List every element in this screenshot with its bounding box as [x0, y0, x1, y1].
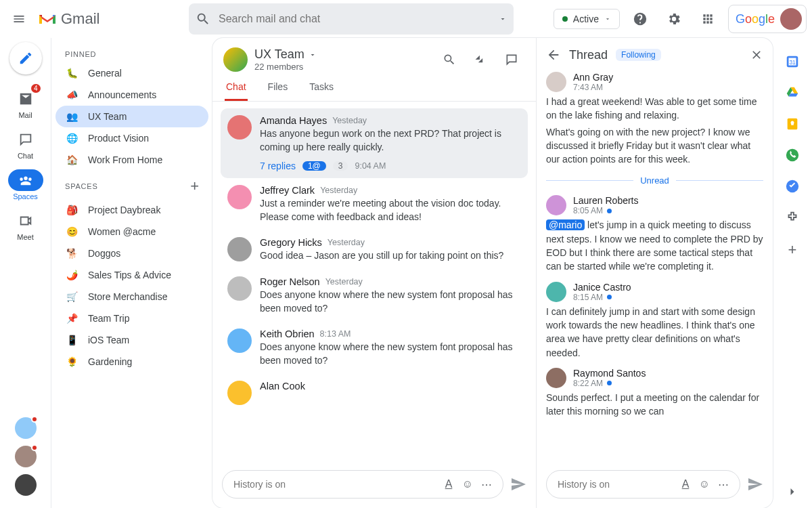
message[interactable]: Alan Cook — [221, 374, 528, 412]
mention-chip[interactable]: @mario — [546, 219, 585, 230]
calendar-app-icon[interactable]: 31 — [785, 54, 800, 69]
message-time: Yesteday — [332, 116, 367, 125]
drive-app-icon[interactable] — [785, 85, 800, 100]
chat-icon — [15, 129, 37, 150]
sidebar-item-work-from-home[interactable]: 🏠Work From Home — [55, 149, 208, 171]
thread-composer-input[interactable] — [558, 479, 676, 490]
sidebar-item-label: Announcements — [88, 89, 156, 100]
sidebar-item-ios-team[interactable]: 📱iOS Team — [55, 329, 208, 351]
rail-mail-label: Mail — [18, 111, 32, 119]
thread-send-button[interactable] — [747, 476, 763, 492]
apps-grid-button[interactable] — [694, 5, 721, 33]
sidebar-item-women-acme[interactable]: 😊Women @acme — [55, 221, 208, 242]
sidebar-item-store-merchandise[interactable]: 🛒Store Merchandise — [55, 286, 208, 308]
search-input[interactable] — [219, 13, 491, 25]
emoji-icon[interactable]: ☺ — [695, 475, 714, 494]
collapse-apps-button[interactable] — [786, 485, 799, 499]
rail-mail[interactable]: 4 Mail — [7, 84, 45, 123]
format-icon[interactable]: A — [676, 475, 695, 494]
replies-link[interactable]: 7 replies — [260, 161, 296, 171]
chat-head-3[interactable] — [15, 474, 37, 496]
more-icon[interactable]: ⋯ — [477, 475, 496, 494]
composer-input[interactable] — [233, 479, 439, 490]
mail-badge: 4 — [31, 84, 41, 93]
close-thread-button[interactable] — [750, 48, 763, 62]
sidebar-item-product-vision[interactable]: 🌐Product Vision — [55, 127, 208, 149]
space-search-button[interactable] — [436, 46, 463, 73]
add-app-button[interactable]: + — [785, 241, 800, 256]
chat-head-1[interactable] — [15, 417, 37, 439]
following-badge[interactable]: Following — [616, 49, 661, 61]
message-text: Has anyone begun work on the next PRD? T… — [260, 127, 521, 154]
message-author: Roger Nelson — [260, 276, 320, 287]
message-composer[interactable]: A ☺ ⋯ — [222, 470, 503, 499]
spaces-icon — [8, 169, 43, 191]
message[interactable]: Amanda HayesYesteday Has anyone begun wo… — [221, 108, 528, 178]
caret-down-icon[interactable] — [309, 51, 317, 59]
google-label: Google — [736, 12, 775, 26]
sidebar-item-ux-team[interactable]: 👥UX Team — [55, 106, 208, 127]
pinned-section-label: PINNED — [55, 43, 208, 62]
message[interactable]: Jeffrey ClarkYesterday Just a reminder w… — [221, 178, 528, 230]
count-chip: 3 — [333, 161, 348, 171]
tab-files[interactable]: Files — [267, 75, 290, 101]
send-button[interactable] — [510, 476, 526, 492]
gmail-logo-icon — [38, 12, 57, 26]
thread-text: What's going on with the new project? I … — [546, 125, 763, 167]
message-avatar — [227, 115, 252, 140]
tasks-app-icon[interactable] — [785, 179, 800, 194]
help-button[interactable] — [627, 5, 654, 33]
thread-text: Sounds perfect. I put a meeting on the c… — [546, 391, 763, 419]
call-app-icon[interactable] — [785, 148, 800, 163]
space-icon: 🌐 — [65, 131, 78, 145]
status-menu[interactable]: Active — [554, 9, 620, 29]
thread-composer[interactable]: A ☺ ⋯ — [546, 470, 740, 499]
sidebar-item-label: Women @acme — [88, 226, 156, 237]
hamburger-menu[interactable] — [5, 5, 32, 33]
format-icon[interactable]: A — [439, 475, 458, 494]
sidebar-item-announcements[interactable]: 📣Announcements — [55, 84, 208, 106]
search-box[interactable] — [189, 3, 514, 35]
keep-app-icon[interactable] — [785, 117, 800, 131]
sidebar-item-label: Team Trip — [88, 313, 129, 324]
message-author: Jeffrey Clark — [260, 185, 315, 196]
sidebar-item-gardening[interactable]: 🌻Gardening — [55, 351, 208, 373]
message[interactable]: Keith Obrien8:13 AM Does anyone know whe… — [221, 322, 528, 374]
thread-time: 8:22 AM — [573, 379, 603, 388]
message-text: Does anyone know where the new system fo… — [260, 289, 521, 315]
collapse-button[interactable] — [467, 46, 494, 73]
emoji-icon[interactable]: ☺ — [458, 475, 477, 494]
message-author: Alan Cook — [260, 381, 305, 391]
chat-head-2[interactable] — [15, 446, 37, 467]
open-thread-button[interactable] — [498, 46, 525, 73]
sidebar-item-sales-tips-advice[interactable]: 🌶️Sales Tips & Advice — [55, 264, 208, 286]
caret-down-icon[interactable] — [499, 15, 507, 23]
settings-button[interactable] — [660, 5, 687, 33]
message[interactable]: Roger NelsonYesterday Does anyone know w… — [221, 270, 528, 322]
message-text: Just a reminder we're meeting about the … — [260, 197, 521, 224]
thread-text: @mario let's jump in a quick meeting to … — [546, 218, 763, 273]
addons-app-icon[interactable] — [785, 210, 800, 225]
sidebar-item-label: General — [88, 68, 122, 79]
sidebar-item-doggos[interactable]: 🐕Doggos — [55, 242, 208, 264]
rail-meet[interactable]: Meet — [7, 206, 45, 245]
sidebar-item-general[interactable]: 🐛General — [55, 62, 208, 84]
rail-chat[interactable]: Chat — [7, 125, 45, 164]
thread-back-button[interactable] — [546, 47, 561, 62]
sidebar-item-project-daybreak[interactable]: 🎒Project Daybreak — [55, 199, 208, 221]
message[interactable]: Gregory HicksYesterday Good idea – Jason… — [221, 230, 528, 270]
more-icon[interactable]: ⋯ — [714, 475, 733, 494]
thread-avatar — [546, 72, 566, 92]
add-space-button[interactable]: + — [190, 177, 199, 195]
sidebar-item-team-trip[interactable]: 📌Team Trip — [55, 308, 208, 329]
rail-spaces[interactable]: Spaces — [7, 165, 45, 205]
space-icon: 📱 — [65, 333, 78, 347]
tab-chat[interactable]: Chat — [225, 75, 248, 101]
compose-button[interactable] — [9, 42, 42, 75]
space-avatar — [223, 47, 248, 72]
sidebar-item-label: Doggos — [88, 248, 120, 259]
message-author: Amanda Hayes — [260, 115, 327, 126]
tab-tasks[interactable]: Tasks — [308, 75, 335, 101]
spaces-section-label: SPACES — [65, 182, 98, 190]
account-switcher[interactable]: Google — [728, 5, 807, 33]
